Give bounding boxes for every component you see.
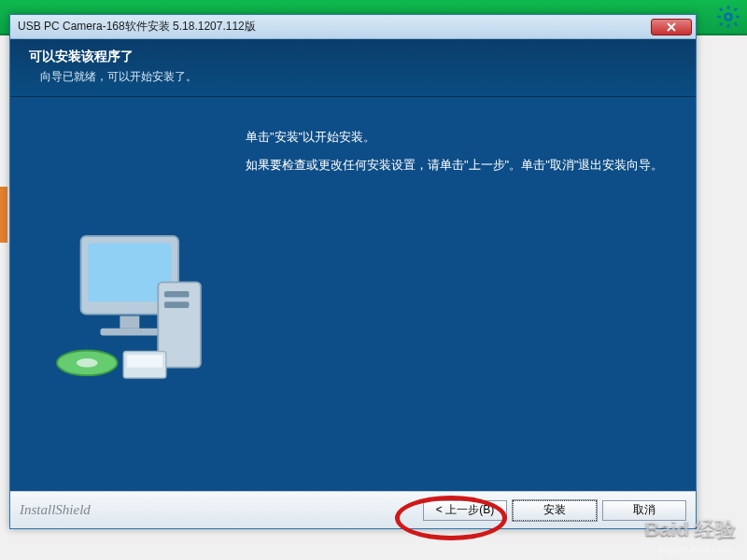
watermark-logo: Baid 经验 (644, 515, 736, 543)
computer-illustration (38, 218, 216, 396)
header-title: 可以安装该程序了 (29, 49, 677, 65)
installer-window: USB PC Camera-168软件安装 5.18.1207.112版 可以安… (9, 14, 697, 529)
titlebar: USB PC Camera-168软件安装 5.18.1207.112版 (10, 15, 696, 39)
wizard-footer: InstallShield < 上一步(B) 安装 取消 (10, 491, 696, 528)
wizard-content: 单击"安装"以开始安装。 如果要检查或更改任何安装设置，请单击"上一步"。单击"… (10, 97, 696, 491)
svg-rect-7 (164, 301, 190, 308)
svg-point-0 (726, 14, 732, 21)
close-icon (667, 22, 676, 32)
window-title: USB PC Camera-168软件安装 5.18.1207.112版 (14, 19, 651, 35)
brand-label: InstallShield (20, 502, 417, 518)
gear-icon (715, 4, 741, 30)
close-button[interactable] (651, 19, 692, 35)
svg-rect-4 (101, 329, 160, 336)
svg-point-9 (77, 358, 98, 368)
back-button[interactable]: < 上一步(B) (423, 500, 507, 521)
watermark-url: jingyan.baidu.com (658, 544, 734, 554)
wizard-header: 可以安装该程序了 向导已就绪，可以开始安装了。 (10, 39, 696, 97)
bg-orange-marker (0, 187, 7, 243)
svg-rect-6 (164, 291, 190, 298)
svg-rect-11 (127, 355, 162, 367)
header-subtitle: 向导已就绪，可以开始安装了。 (29, 69, 677, 85)
svg-rect-3 (120, 316, 139, 329)
install-button[interactable]: 安装 (513, 500, 597, 521)
instruction-line-1: 单击"安装"以开始安装。 (246, 127, 375, 147)
instruction-line-2: 如果要检查或更改任何安装设置，请单击"上一步"。单击"取消"退出安装向导。 (246, 155, 668, 175)
